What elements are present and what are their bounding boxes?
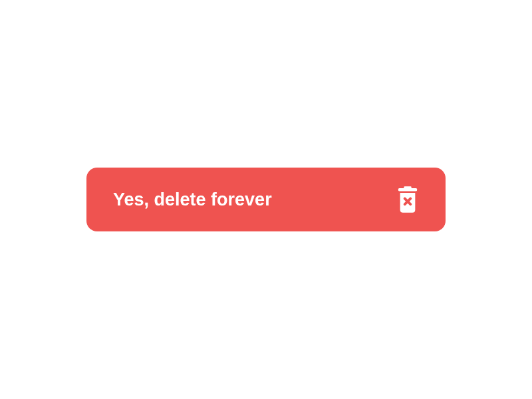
delete-forever-button[interactable]: Yes, delete forever — [86, 168, 446, 231]
trash-x-icon — [396, 186, 419, 213]
delete-button-label: Yes, delete forever — [113, 190, 383, 210]
svg-rect-1 — [404, 186, 411, 189]
